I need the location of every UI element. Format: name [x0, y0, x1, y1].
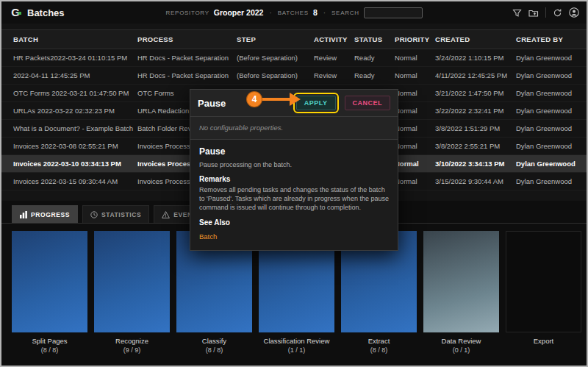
- remarks-text: Removes all pending tasks and changes th…: [199, 185, 389, 212]
- annotation-arrow-head: [290, 93, 301, 106]
- step-name: Classification Review: [259, 337, 334, 345]
- clock-icon: [90, 211, 98, 218]
- filter-icon[interactable]: [512, 8, 522, 18]
- cell-priority: Normal: [395, 71, 435, 79]
- step-count: (0 / 1): [423, 346, 499, 354]
- tab-statistics[interactable]: STATISTICS: [82, 205, 149, 223]
- cell-priority: Normal: [395, 124, 435, 132]
- help-description: Pause processing on the batch.: [199, 160, 389, 169]
- cell-step: (Before Separation): [237, 54, 314, 62]
- help-title: Pause: [199, 146, 389, 157]
- cell-created: 3/21/2022 1:47:50 PM: [435, 89, 516, 97]
- dialog-properties-text: No configurable properties.: [190, 116, 398, 139]
- see-also-heading: See Also: [199, 218, 389, 227]
- cell-priority: Normal: [395, 142, 435, 150]
- column-header[interactable]: STATUS: [354, 35, 395, 43]
- cell-batch: OTC Forms 2022-03-21 01:47:50 PM: [13, 89, 137, 97]
- table-header-row: BATCHPROCESSSTEPACTIVITYSTATUSPRIORITYCR…: [1, 29, 587, 49]
- bar-chart-icon: [20, 211, 27, 218]
- tab-progress[interactable]: PROGRESS: [12, 205, 78, 223]
- tab-label: PROGRESS: [31, 211, 70, 218]
- cell-created_by: Dylan Greenwood: [516, 160, 587, 168]
- apply-button[interactable]: APPLY: [296, 96, 336, 110]
- see-also-batch-link[interactable]: Batch: [199, 232, 217, 240]
- user-account-icon[interactable]: [569, 7, 579, 18]
- cell-activity: Review: [314, 71, 354, 79]
- dialog-title: Pause: [198, 98, 226, 109]
- cell-created_by: Dylan Greenwood: [516, 54, 587, 62]
- cell-created: 4/11/2022 12:45:25 PM: [435, 71, 516, 79]
- cell-created_by: Dylan Greenwood: [516, 89, 587, 97]
- search-input[interactable]: [364, 7, 423, 18]
- cell-created_by: Dylan Greenwood: [516, 142, 587, 150]
- cell-batch: Invoices 2022-03-15 09:30:44 AM: [13, 177, 137, 185]
- step-name: Split Pages: [12, 337, 87, 345]
- step-tile[interactable]: [506, 231, 581, 332]
- toolbar-icons: [512, 7, 579, 18]
- table-row[interactable]: HR Packets2022-03-24 01:10:15 PMHR Docs …: [1, 49, 587, 67]
- cell-priority: Normal: [395, 177, 435, 185]
- cell-status: Ready: [354, 54, 395, 62]
- column-header[interactable]: BATCH: [13, 35, 137, 43]
- column-header[interactable]: PRIORITY: [395, 35, 435, 43]
- refresh-icon[interactable]: [553, 8, 562, 18]
- column-header[interactable]: STEP: [237, 35, 314, 43]
- cell-activity: Review: [314, 54, 354, 62]
- cell-priority: Normal: [395, 107, 435, 115]
- cell-status: Ready: [354, 71, 395, 79]
- cell-created_by: Dylan Greenwood: [516, 107, 587, 115]
- cell-batch: URLAs 2022-03-22 02:32:23 PM: [13, 107, 137, 115]
- cell-created: 3/8/2022 2:55:21 PM: [435, 142, 516, 150]
- cell-created_by: Dylan Greenwood: [516, 177, 587, 185]
- pause-dialog: Pause APPLY CANCEL No configurable prope…: [190, 89, 398, 251]
- new-batch-folder-icon[interactable]: [528, 8, 539, 18]
- batches-count: 8: [313, 8, 318, 17]
- step-count: (8 / 8): [341, 346, 417, 354]
- step-name: Classify: [176, 337, 252, 345]
- step-count: (1 / 1): [259, 346, 334, 354]
- cell-created: 3/24/2022 1:10:15 PM: [435, 54, 516, 62]
- table-row[interactable]: 2022-04-11 12:45:25 PMHR Docs - Packet S…: [1, 67, 587, 85]
- cell-created: 3/10/2022 3:34:13 PM: [435, 160, 516, 168]
- cell-priority: Normal: [395, 160, 435, 168]
- cell-batch: Invoices 2022-03-08 02:55:21 PM: [13, 142, 137, 150]
- step-name: Export: [506, 337, 581, 345]
- column-header[interactable]: PROCESS: [137, 35, 237, 43]
- repository-value: Grooper 2022: [214, 8, 264, 17]
- cell-created: 3/22/2022 2:32:41 PM: [435, 107, 516, 115]
- step-count: (8 / 8): [176, 346, 252, 354]
- toolbar-divider: [545, 7, 546, 18]
- step-tile[interactable]: [94, 231, 170, 332]
- cell-batch: 2022-04-11 12:45:25 PM: [13, 71, 137, 79]
- cell-process: HR Docs - Packet Separation: [137, 71, 237, 79]
- grooper-logo-icon[interactable]: G: [9, 6, 22, 19]
- step-count: [506, 346, 581, 354]
- app-window: G Batches REPOSITORY Grooper 2022 · BATC…: [0, 0, 588, 367]
- step-name: Extract: [341, 337, 417, 345]
- search-label: SEARCH: [331, 10, 359, 16]
- batch-step: Data Review(0 / 1): [423, 231, 499, 354]
- header-info: REPOSITORY Grooper 2022 · BATCHES 8 · SE…: [166, 7, 423, 18]
- column-header[interactable]: ACTIVITY: [314, 35, 354, 43]
- batch-step: Recognize(9 / 9): [94, 231, 170, 354]
- tab-label: STATISTICS: [101, 211, 141, 218]
- cell-created_by: Dylan Greenwood: [516, 71, 587, 79]
- cell-batch: HR Packets2022-03-24 01:10:15 PM: [13, 54, 137, 62]
- cancel-button[interactable]: CANCEL: [345, 96, 391, 110]
- cell-created: 3/15/2022 9:30:44 AM: [435, 177, 516, 185]
- cell-created: 3/8/2022 1:51:29 PM: [435, 124, 516, 132]
- cell-batch: What is a Document? - Example Batch: [13, 124, 137, 132]
- separator-dot: ·: [323, 9, 326, 17]
- step-count: (9 / 9): [94, 346, 170, 354]
- cell-step: (Before Separation): [237, 71, 314, 79]
- step-count: (8 / 8): [12, 346, 87, 354]
- batch-step: Export: [506, 231, 581, 354]
- step-tile[interactable]: [423, 231, 499, 332]
- column-header[interactable]: CREATED: [435, 35, 516, 43]
- cell-process: HR Docs - Packet Separation: [137, 54, 237, 62]
- warning-icon: [162, 211, 170, 218]
- batches-label: BATCHES: [278, 10, 309, 16]
- step-tile[interactable]: [12, 231, 87, 332]
- dialog-help-section: Pause Pause processing on the batch. Rem…: [190, 139, 398, 250]
- column-header[interactable]: CREATED BY: [516, 35, 587, 43]
